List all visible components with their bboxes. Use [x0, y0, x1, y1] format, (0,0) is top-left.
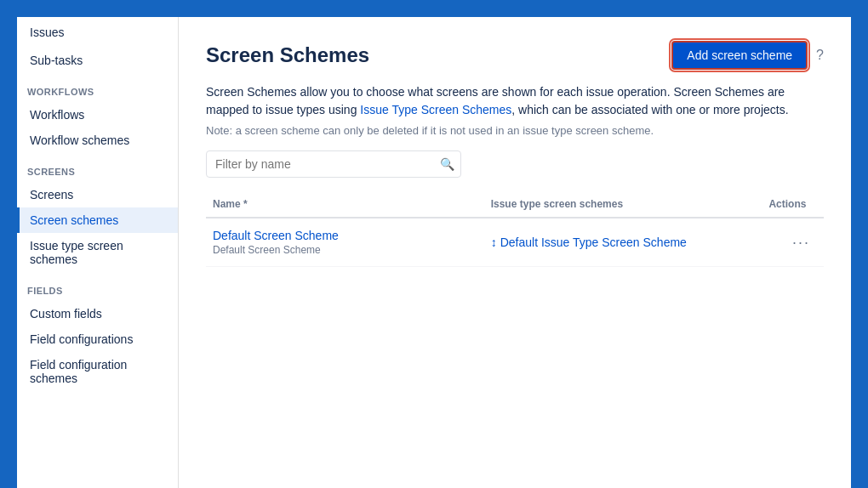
page-title: Screen Schemes [206, 43, 369, 67]
scheme-description: Default Screen Scheme [213, 244, 477, 256]
sidebar-section-screens: Screens [17, 153, 178, 182]
search-icon[interactable]: 🔍 [440, 157, 454, 171]
help-icon[interactable]: ? [816, 48, 824, 63]
scheme-name-cell: Default Screen Scheme Default Screen Sch… [206, 218, 484, 267]
page-header: Screen Schemes Add screen scheme ? [206, 41, 824, 70]
table-body: Default Screen Scheme Default Screen Sch… [206, 218, 824, 267]
sidebar-item-custom-fields[interactable]: Custom fields [17, 301, 178, 326]
issue-type-scheme-icon: ↕ [491, 235, 497, 249]
add-screen-scheme-button[interactable]: Add screen scheme [671, 41, 808, 70]
note-text: Note: a screen scheme can only be delete… [206, 124, 824, 137]
header-actions: Add screen scheme ? [671, 41, 824, 70]
sidebar-item-field-configuration-schemes[interactable]: Field configuration schemes [17, 352, 178, 391]
sidebar-section-workflows: Workflows [17, 73, 178, 102]
issue-type-scheme-label: Default Issue Type Screen Scheme [500, 235, 687, 249]
main-content: Screen Schemes Add screen scheme ? Scree… [179, 17, 851, 488]
description-text: Screen Schemes allow you to choose what … [206, 83, 824, 119]
filter-bar: 🔍 [206, 150, 824, 178]
col-header-name: Name * [206, 191, 484, 218]
sidebar-item-screens[interactable]: Screens [17, 182, 178, 207]
table-header: Name * Issue type screen schemes Actions [206, 191, 824, 218]
issue-type-scheme-link[interactable]: ↕ Default Issue Type Screen Scheme [491, 235, 756, 249]
sidebar-item-screen-schemes[interactable]: Screen schemes [17, 207, 178, 233]
sidebar-item-subtasks[interactable]: Sub-tasks [17, 48, 178, 73]
col-header-issue-type: Issue type screen schemes [484, 191, 762, 218]
sidebar: Issues Sub-tasks Workflows Workflows Wor… [17, 17, 179, 488]
sidebar-item-issues[interactable]: Issues [17, 17, 178, 48]
schemes-table: Name * Issue type screen schemes Actions… [206, 191, 824, 267]
col-header-actions: Actions [762, 191, 824, 218]
sidebar-item-issue-type-screen-schemes[interactable]: Issue type screen schemes [17, 233, 178, 272]
sidebar-item-field-configurations[interactable]: Field configurations [17, 326, 178, 352]
actions-cell: ··· [762, 218, 824, 267]
table-row: Default Screen Scheme Default Screen Sch… [206, 218, 824, 267]
sidebar-item-workflows[interactable]: Workflows [17, 102, 178, 128]
issue-type-scheme-cell: ↕ Default Issue Type Screen Scheme [484, 218, 762, 267]
filter-input-wrapper: 🔍 [206, 150, 461, 178]
more-actions-button[interactable]: ··· [785, 230, 817, 255]
sidebar-item-workflow-schemes[interactable]: Workflow schemes [17, 128, 178, 153]
sidebar-section-fields: Fields [17, 272, 178, 301]
filter-input[interactable] [206, 150, 461, 178]
scheme-name-link[interactable]: Default Screen Scheme [213, 229, 477, 242]
issue-type-screen-schemes-link[interactable]: Issue Type Screen Schemes [360, 103, 511, 116]
